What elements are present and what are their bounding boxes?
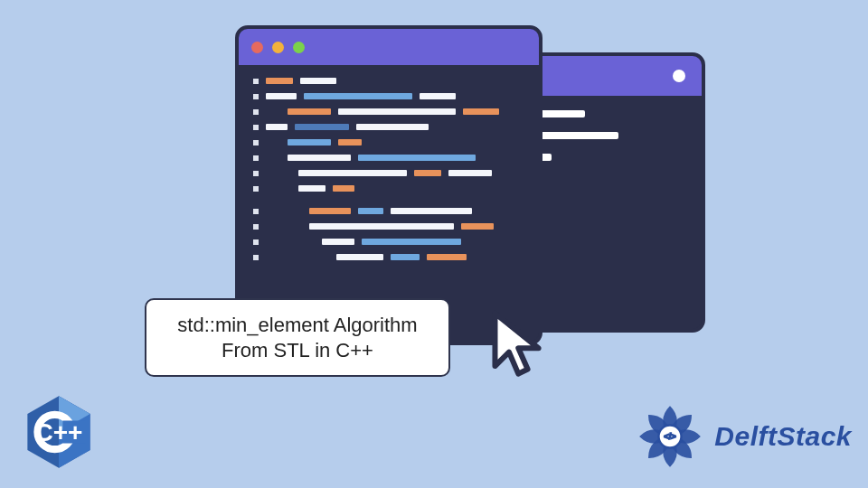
code-window-front-body	[239, 65, 539, 284]
code-line	[253, 155, 524, 161]
code-line	[253, 139, 524, 145]
code-line	[253, 185, 524, 192]
brand-name: DelftStack	[714, 421, 852, 452]
code-line	[253, 239, 524, 245]
code-window-front	[235, 25, 542, 345]
article-title-caption: std::min_element Algorithm From STL in C…	[145, 298, 450, 377]
tutorial-hero-graphic: std::min_element Algorithm From STL in C…	[0, 0, 868, 488]
caption-line-2: From STL in C++	[163, 338, 432, 363]
window-dot-icon	[673, 70, 685, 82]
code-line	[253, 93, 524, 99]
cursor-arrow-icon	[481, 305, 559, 383]
code-line	[253, 170, 524, 176]
svg-text:</>: </>	[665, 432, 677, 441]
traffic-light-close-icon	[251, 42, 263, 53]
code-line	[253, 208, 524, 214]
code-line	[253, 254, 524, 260]
window-titlebar-front	[239, 29, 539, 65]
delftstack-logo: </> DelftStack	[635, 401, 852, 472]
caption-line-1: std::min_element Algorithm	[163, 313, 432, 338]
code-line	[253, 124, 524, 130]
cpp-hex-icon: C++	[25, 394, 92, 470]
svg-text:C++: C++	[35, 418, 83, 446]
mandala-icon: </>	[635, 401, 705, 472]
traffic-light-minimize-icon	[272, 42, 284, 53]
code-line	[253, 78, 524, 84]
code-line	[253, 108, 524, 115]
code-line	[253, 223, 524, 230]
traffic-light-maximize-icon	[293, 42, 305, 53]
